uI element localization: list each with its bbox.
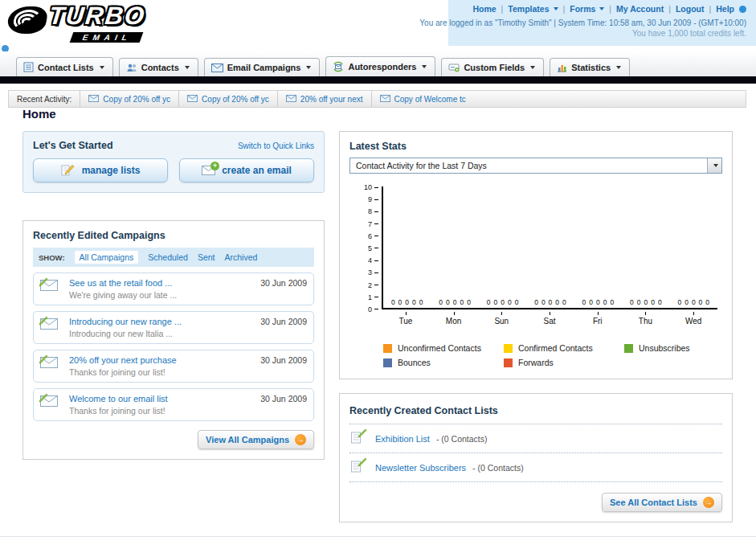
recent-activity-item[interactable]: Copy of 20% off yc: [178, 91, 277, 107]
nav-link-label: Logout: [676, 4, 705, 14]
recent-activity-item[interactable]: 20% off your next: [277, 91, 371, 107]
tabs: Contact Lists Contacts Email Campaigns A…: [16, 56, 630, 76]
manage-lists-label: manage lists: [82, 165, 141, 176]
chart-y-tick: 9: [368, 195, 378, 203]
switch-quick-links-link[interactable]: Switch to Quick Links: [238, 141, 314, 150]
logo-swirl-icon: [6, 6, 49, 34]
view-all-campaigns-button[interactable]: View All Campaigns →: [198, 430, 314, 449]
stats-period-select[interactable]: Contact Activity for the Last 7 Days: [349, 158, 722, 174]
contact-list-detail: - (0 Contacts): [472, 463, 524, 473]
legend-row: BouncesForwards: [383, 358, 722, 367]
show-label: SHOW:: [39, 253, 65, 262]
envelope-pencil-icon: [40, 394, 63, 410]
turbo-email-logo[interactable]: TURBO EMAIL: [8, 3, 145, 43]
campaign-row: 20% off your next purchase Thanks for jo…: [33, 350, 314, 383]
manage-lists-button[interactable]: manage lists: [33, 158, 168, 182]
chart-value-label: 0: [658, 298, 662, 306]
contact-list-link[interactable]: Exhibition List: [375, 434, 430, 444]
chart-value-label: 0: [562, 298, 566, 306]
recent-activity-item-label: 20% off your next: [300, 95, 363, 104]
chevron-down-icon: [530, 66, 535, 69]
legend-swatch: [504, 358, 513, 367]
recent-activity-item-label: Copy of 20% off yc: [202, 95, 269, 104]
tab-custom-fields[interactable]: Custom Fields: [441, 58, 544, 76]
nav-my-account-link[interactable]: My Account: [616, 4, 664, 14]
chart-value-label: 0: [419, 298, 423, 306]
legend-row: Unconfirmed ContactsConfirmed ContactsUn…: [383, 343, 722, 353]
nav-home-link[interactable]: Home: [472, 4, 496, 14]
tab-label: Contacts: [141, 63, 179, 72]
chart-value-label: 0: [684, 298, 689, 306]
campaign-subtitle: Thanks for joining our list!: [69, 367, 254, 377]
chart-value-group: 00000: [526, 298, 574, 306]
nav-link-label: Templates: [508, 4, 549, 14]
campaign-title-link[interactable]: See us at the retail food ...: [69, 278, 254, 288]
legend-label: Unsubscribes: [639, 343, 690, 353]
filter-archived[interactable]: Archived: [224, 252, 257, 262]
campaign-title-link[interactable]: Introducing our new range ...: [69, 317, 254, 326]
chart-y-tick: 8: [368, 207, 378, 215]
chart-y-tick: 3: [368, 268, 378, 277]
campaign-subtitle: Thanks for joining our list!: [69, 406, 254, 416]
list-pencil-icon: [351, 432, 369, 445]
envelope-icon: [380, 95, 390, 104]
filter-sent[interactable]: Sent: [198, 252, 215, 262]
page-bottom-divider: [0, 536, 756, 537]
campaign-subtitle: We're giving away our late ...: [69, 290, 254, 300]
see-all-contact-lists-button[interactable]: See All Contact Lists →: [602, 493, 722, 512]
tab-contacts[interactable]: Contacts: [119, 58, 198, 76]
campaign-title-link[interactable]: 20% off your next purchase: [69, 355, 254, 365]
chart-value-label: 0: [651, 298, 655, 306]
chart-value-group: 00000: [622, 298, 669, 306]
recent-activity-item[interactable]: Copy of 20% off yc: [80, 91, 178, 107]
stats-period-value: Contact Activity for the Last 7 Days: [356, 161, 487, 170]
filter-all-campaigns[interactable]: All Campaigns: [75, 251, 139, 264]
recent-activity-item[interactable]: Copy of Welcome tc: [371, 91, 474, 107]
tab-label: Contact Lists: [38, 63, 94, 72]
chart-value-label: 0: [398, 298, 403, 306]
chevron-down-icon: [100, 66, 104, 69]
campaign-filter-bar: SHOW: All Campaigns Scheduled Sent Archi…: [33, 248, 314, 267]
tab-autoresponders[interactable]: Autoresponders: [325, 56, 435, 76]
chart-value-label: 0: [596, 298, 600, 306]
nav-link-label: My Account: [616, 4, 664, 14]
contact-activity-chart: 109876543210 000000000000000000000000000…: [349, 183, 722, 332]
envelope-icon: [286, 95, 296, 104]
tab-bar-divider: [0, 76, 756, 84]
campaign-date: 30 Jun 2009: [260, 317, 307, 326]
logo-text: TURBO EMAIL: [49, 3, 145, 43]
chart-value-label: 0: [692, 298, 696, 306]
list-pencil-icon: [351, 461, 369, 474]
campaign-row: See us at the retail food ... We're givi…: [33, 272, 314, 305]
nav-logout-link[interactable]: Logout: [676, 4, 705, 14]
nav-templates-link[interactable]: Templates: [508, 4, 558, 14]
legend-swatch: [383, 344, 392, 353]
contact-lists-icon: [23, 62, 34, 72]
chevron-down-icon: [185, 66, 190, 69]
see-all-row: See All Contact Lists →: [349, 493, 722, 512]
contact-lists-title: Recently Created Contact Lists: [349, 405, 498, 416]
envelope-pencil-icon: [40, 317, 63, 333]
envelope-icon: [88, 95, 99, 104]
campaign-title-link[interactable]: Welcome to our email list: [69, 394, 254, 404]
filter-scheduled[interactable]: Scheduled: [148, 252, 188, 262]
chart-value-label: 0: [405, 298, 409, 306]
chart-value-label: 0: [541, 298, 546, 306]
chart-value-label: 0: [603, 298, 607, 306]
contacts-icon: [126, 63, 137, 72]
nav-help-link[interactable]: Help: [716, 4, 734, 14]
tab-email-campaigns[interactable]: Email Campaigns: [204, 58, 321, 76]
chart-value-group: 00000: [670, 298, 717, 306]
chart-value-label: 0: [446, 298, 450, 306]
tab-contact-lists[interactable]: Contact Lists: [16, 57, 113, 76]
chart-x-label: Fri: [574, 311, 622, 326]
legend-item: Forwards: [504, 358, 554, 367]
help-indicator-dot: [739, 6, 746, 13]
nav-forms-link[interactable]: Forms: [570, 4, 604, 14]
contact-list-link[interactable]: Newsletter Subscribers: [375, 463, 466, 473]
app-page: TURBO EMAIL Home | Templates | Forms | M…: [0, 0, 756, 549]
tab-statistics[interactable]: Statistics: [550, 58, 630, 76]
get-started-box: Let's Get Started Switch to Quick Links …: [22, 131, 325, 193]
create-email-button[interactable]: + create an email: [179, 158, 314, 182]
chart-y-tick: 0: [368, 305, 378, 313]
